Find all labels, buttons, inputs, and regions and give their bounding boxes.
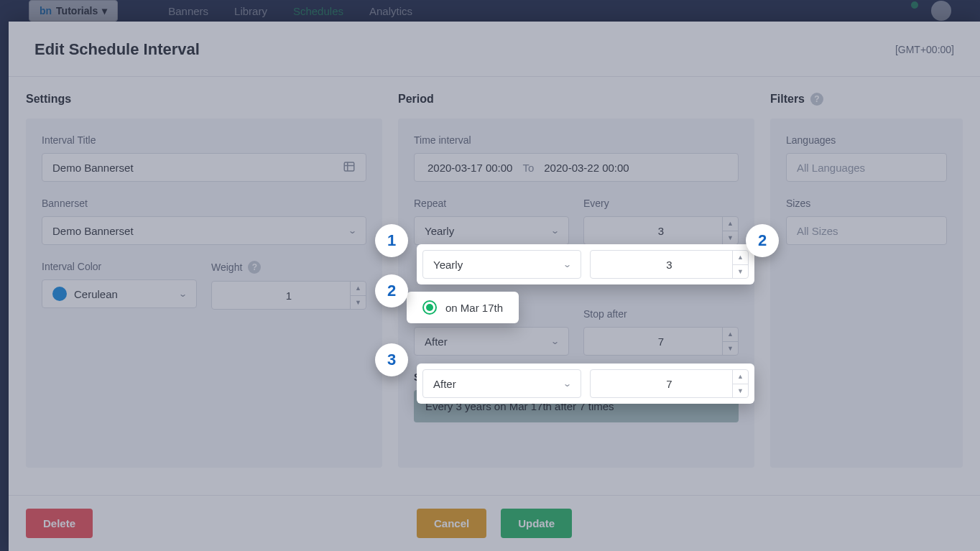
interval-color-value: Cerulean bbox=[74, 288, 118, 300]
end-select[interactable]: After ⌄ bbox=[414, 327, 569, 356]
help-icon[interactable]: ? bbox=[810, 93, 823, 106]
interval-title-value: Demo Bannerset bbox=[52, 162, 134, 174]
sizes-label: Sizes bbox=[786, 198, 947, 209]
every-stepper[interactable]: 3 ▲ ▼ bbox=[583, 216, 739, 245]
chevron-down-icon: ⌄ bbox=[550, 336, 560, 346]
radio-date-popout: on Mar 17th bbox=[407, 292, 519, 323]
time-interval-start: 2020-03-17 00:00 bbox=[427, 162, 512, 174]
chevron-down-icon: ▾ bbox=[102, 5, 107, 17]
stepper-up-icon[interactable]: ▲ bbox=[351, 282, 366, 296]
stepper-up-icon[interactable]: ▲ bbox=[733, 251, 748, 265]
stepper-down-icon[interactable]: ▼ bbox=[351, 296, 366, 310]
chevron-down-icon: ⌄ bbox=[178, 289, 188, 299]
repeat-select-highlight[interactable]: Yearly ⌄ bbox=[422, 250, 581, 279]
chevron-down-icon: ⌄ bbox=[563, 379, 572, 389]
period-header: Period bbox=[398, 93, 754, 106]
timezone-label: [GMT+00:00] bbox=[895, 44, 954, 55]
stepper-down-icon[interactable]: ▼ bbox=[733, 265, 748, 279]
callout-2b: 2 bbox=[375, 274, 408, 307]
chevron-down-icon: ⌄ bbox=[550, 226, 560, 236]
languages-label: Languages bbox=[786, 134, 947, 146]
settings-column: Settings Interval Title Demo Bannerset B… bbox=[26, 93, 382, 468]
every-stepper-highlight[interactable]: 3 ▲ ▼ bbox=[590, 250, 749, 279]
interval-color-select[interactable]: Cerulean ⌄ bbox=[42, 279, 197, 308]
repeat-every-popout: Yearly ⌄ 3 ▲ ▼ bbox=[417, 244, 754, 284]
filters-column: Filters ? Languages All Languages Sizes … bbox=[770, 93, 963, 468]
color-swatch bbox=[52, 287, 67, 301]
callout-2: 2 bbox=[746, 224, 779, 257]
nav-schedules[interactable]: Schedules bbox=[293, 5, 343, 17]
time-interval-label: Time interval bbox=[414, 134, 739, 146]
stepper-down-icon[interactable]: ▼ bbox=[723, 342, 738, 356]
sizes-select[interactable]: All Sizes bbox=[786, 216, 947, 245]
radio-on-date-highlight[interactable]: on Mar 17th bbox=[412, 293, 513, 322]
weight-value: 1 bbox=[286, 290, 292, 302]
time-interval-end: 2020-03-22 00:00 bbox=[544, 162, 629, 174]
callout-1: 1 bbox=[375, 224, 408, 257]
interval-title-label: Interval Title bbox=[42, 134, 366, 146]
nav-banners[interactable]: Banners bbox=[168, 5, 208, 17]
avatar[interactable] bbox=[931, 1, 951, 21]
help-icon[interactable]: ? bbox=[248, 261, 261, 274]
weight-label: Weight ? bbox=[211, 261, 366, 274]
interval-title-input[interactable]: Demo Bannerset bbox=[42, 153, 366, 182]
languages-placeholder: All Languages bbox=[797, 162, 865, 174]
stop-after-label: Stop after bbox=[583, 308, 739, 320]
nav-library[interactable]: Library bbox=[234, 5, 267, 17]
modal-header: Edit Schedule Interval [GMT+00:00] bbox=[9, 22, 980, 77]
delete-button[interactable]: Delete bbox=[26, 509, 93, 538]
settings-header: Settings bbox=[26, 93, 382, 106]
time-interval-sep: To bbox=[522, 162, 534, 174]
list-icon bbox=[343, 160, 356, 175]
workspace-name: Tutorials bbox=[56, 5, 98, 17]
update-button[interactable]: Update bbox=[501, 509, 572, 538]
sizes-placeholder: All Sizes bbox=[797, 225, 838, 237]
settings-panel: Interval Title Demo Bannerset Bannerset … bbox=[26, 119, 382, 468]
stepper-up-icon[interactable]: ▲ bbox=[733, 370, 748, 384]
workspace-switcher[interactable]: bn Tutorials ▾ bbox=[29, 0, 118, 22]
repeat-select[interactable]: Yearly ⌄ bbox=[414, 216, 569, 245]
stepper-down-icon[interactable]: ▼ bbox=[733, 384, 748, 398]
stepper-up-icon[interactable]: ▲ bbox=[723, 328, 738, 342]
bannerset-label: Bannerset bbox=[42, 198, 366, 209]
end-stop-popout: After ⌄ 7 ▲ ▼ bbox=[417, 364, 754, 404]
stop-after-stepper[interactable]: 7 ▲ ▼ bbox=[583, 327, 739, 356]
repeat-label: Repeat bbox=[414, 198, 569, 209]
every-label: Every bbox=[583, 198, 739, 209]
stop-after-stepper-highlight[interactable]: 7 ▲ ▼ bbox=[590, 369, 749, 398]
time-interval-input[interactable]: 2020-03-17 00:00 To 2020-03-22 00:00 bbox=[414, 153, 739, 182]
stepper-down-icon[interactable]: ▼ bbox=[723, 231, 738, 245]
filters-header: Filters ? bbox=[770, 93, 963, 106]
radio-checked-icon bbox=[422, 300, 437, 315]
nav-analytics[interactable]: Analytics bbox=[369, 5, 412, 17]
modal-title: Edit Schedule Interval bbox=[34, 40, 200, 59]
chevron-down-icon: ⌄ bbox=[348, 226, 357, 236]
languages-select[interactable]: All Languages bbox=[786, 153, 947, 182]
bannerset-select[interactable]: Demo Bannerset ⌄ bbox=[42, 216, 366, 245]
end-select-highlight[interactable]: After ⌄ bbox=[422, 369, 581, 398]
every-value: 3 bbox=[658, 225, 664, 237]
callout-3: 3 bbox=[375, 343, 408, 376]
logo-mark: bn bbox=[40, 5, 52, 17]
repeat-value: Yearly bbox=[425, 225, 454, 237]
primary-nav: Banners Library Schedules Analytics bbox=[168, 5, 412, 17]
notification-dot[interactable] bbox=[911, 1, 918, 9]
app-topbar: bn Tutorials ▾ Banners Library Schedules… bbox=[0, 0, 980, 22]
cancel-button[interactable]: Cancel bbox=[417, 509, 486, 538]
interval-color-label: Interval Color bbox=[42, 261, 197, 272]
filters-panel: Languages All Languages Sizes All Sizes bbox=[770, 119, 963, 468]
weight-stepper[interactable]: 1 ▲ ▼ bbox=[211, 281, 366, 310]
chevron-down-icon: ⌄ bbox=[563, 259, 572, 269]
stop-after-value: 7 bbox=[658, 335, 664, 348]
edit-schedule-modal: Edit Schedule Interval [GMT+00:00] Setti… bbox=[9, 22, 980, 551]
end-value: After bbox=[425, 335, 448, 348]
modal-footer: Delete Cancel Update bbox=[9, 495, 980, 551]
svg-rect-0 bbox=[344, 162, 354, 171]
stepper-up-icon[interactable]: ▲ bbox=[723, 217, 738, 231]
bannerset-value: Demo Bannerset bbox=[52, 225, 134, 237]
